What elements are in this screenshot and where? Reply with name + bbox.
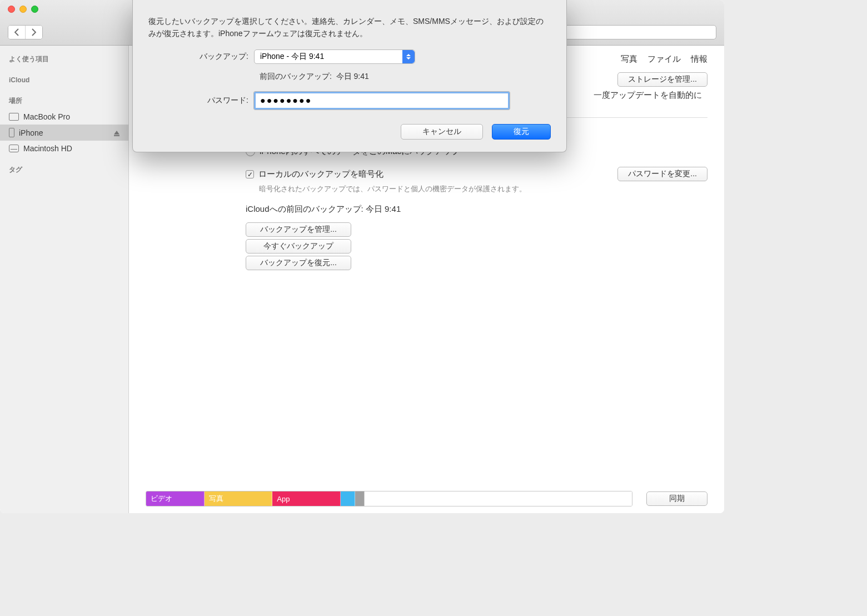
encrypt-hint: 暗号化されたバックアップでは、パスワードと個人の機密データが保護されます。: [259, 184, 606, 194]
restore-backup-dialog: 復元したいバックアップを選択してください。連絡先、カレンダー、メモ、SMS/MM…: [132, 0, 567, 152]
eject-icon[interactable]: [114, 131, 119, 135]
dialog-message: 復元したいバックアップを選択してください。連絡先、カレンダー、メモ、SMS/MM…: [148, 16, 551, 39]
restore-backup-button[interactable]: バックアップを復元...: [246, 256, 351, 270]
sidebar-item-macintosh-hd[interactable]: Macintosh HD: [0, 141, 128, 156]
cancel-button[interactable]: キャンセル: [401, 124, 483, 140]
sidebar-item-iphone[interactable]: iPhone: [0, 125, 128, 141]
sidebar-tags-header: タグ: [0, 162, 128, 178]
tab-photos[interactable]: 写真: [621, 54, 637, 68]
dialog-last-backup: 前回のバックアップ: 今日 9:41: [260, 69, 551, 86]
storage-bar: ビデオ写真App 同期: [146, 491, 707, 506]
manage-storage-button[interactable]: ストレージを管理...: [617, 72, 707, 87]
encrypt-checkbox[interactable]: ✓: [246, 170, 254, 178]
forward-button[interactable]: [26, 26, 42, 39]
tab-files[interactable]: ファイル: [647, 54, 681, 68]
sidebar-icloud-header: iCloud: [0, 73, 128, 87]
last-icloud-backup-text: iCloudへの前回のバックアップ: 今日 9:41: [246, 204, 707, 215]
sync-button[interactable]: 同期: [646, 491, 707, 506]
back-button[interactable]: [8, 26, 26, 39]
tab-bar: 写真 ファイル 情報: [621, 54, 707, 68]
sidebar-favorites-header: よく使う項目: [0, 51, 128, 67]
backup-select[interactable]: iPhone - 今日 9:41: [254, 49, 415, 64]
tab-info[interactable]: 情報: [691, 54, 707, 68]
sidebar-item-macbook[interactable]: MacBook Pro: [0, 109, 128, 125]
dialog-backup-label: バックアップ:: [148, 52, 254, 62]
disk-icon: [9, 145, 19, 152]
manage-backups-button[interactable]: バックアップを管理...: [246, 222, 351, 237]
dialog-password-label: パスワード:: [148, 96, 254, 106]
sidebar: よく使う項目 iCloud 場所 MacBook Pro iPhone Maci…: [0, 46, 129, 513]
finder-window: iPhone よく使う項目: [0, 0, 724, 513]
sidebar-locations-header: 場所: [0, 93, 128, 109]
password-input[interactable]: [254, 92, 510, 110]
backup-now-button[interactable]: 今すぐバックアップ: [246, 239, 351, 254]
storage-segments: ビデオ写真App: [146, 491, 632, 506]
iphone-icon: [9, 128, 14, 137]
chevron-updown-icon: [402, 50, 415, 63]
change-password-button[interactable]: パスワードを変更...: [617, 167, 707, 181]
laptop-icon: [9, 113, 19, 121]
restore-button[interactable]: 復元: [492, 124, 551, 140]
